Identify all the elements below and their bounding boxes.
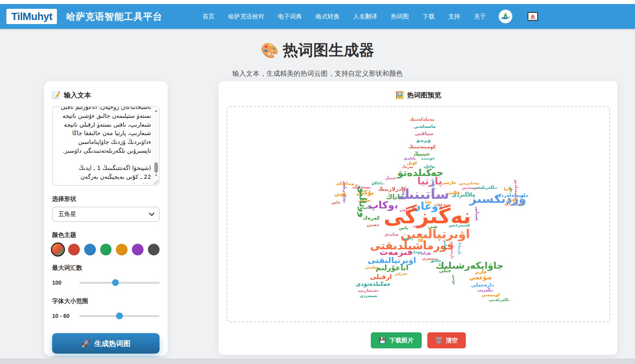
nav-link-2[interactable]: 哈萨克语校对 (223, 10, 269, 23)
nav-link-8[interactable]: 支持 (443, 10, 465, 23)
max-words-slider[interactable] (79, 282, 160, 284)
cloud-word: فارسى (441, 181, 456, 185)
cloud-word: بارەمەندى (451, 241, 454, 259)
cloud-word: جەلىم (443, 240, 447, 251)
header-right (499, 4, 538, 29)
cloud-word: اناعۇرلىم (376, 264, 409, 271)
cloud-word: كۇش (335, 192, 346, 196)
shape-label: 选择形状 (52, 195, 160, 203)
cloud-word: مەحانيزمىن (459, 182, 479, 185)
preview-title: 🖼️热词图预览 (226, 91, 610, 100)
cloud-word: ۇيرەنۋ (417, 138, 431, 143)
page-subtitle: 输入文本，生成精美的热词云图，支持自定义形状和颜色 (0, 69, 635, 78)
wordcloud: مەملەكەتتىكماسەلەنىسياقتىۇيرەنۋكوميتەتىن… (227, 107, 609, 322)
color-theme-green[interactable] (100, 244, 112, 255)
max-words-label: 最大词汇数 (52, 264, 160, 272)
logo-text: TilMuhyt (11, 10, 52, 23)
color-theme-row (52, 244, 160, 255)
cloud-word: پارتيادا (458, 243, 461, 255)
color-theme-blue[interactable] (84, 244, 96, 255)
text-input[interactable]: ناسىحاتتاعان روحپەن، اناعۇرلىم ناقتى ىست… (52, 106, 160, 186)
preview-title-text: 热词图预览 (407, 91, 441, 99)
font-size-label: 字体大小范围 (52, 297, 160, 305)
shape-select-value: 五角星 (58, 210, 76, 218)
cloud-word: ،شىعارىپ (358, 288, 379, 293)
cloud-word: ارقىلى (370, 274, 392, 280)
page-title-text: 热词图生成器 (283, 42, 374, 59)
cloud-word: ىستەردى (360, 294, 377, 298)
nav-link-7[interactable]: 下载 (417, 10, 440, 23)
max-words-value: 100 (52, 279, 79, 286)
cloud-word: ورتالىق (358, 186, 367, 218)
text-input-content: ناسىحاتتاعان روحپەن، اناعۇرلىم ناقتى ىست… (56, 107, 151, 184)
color-theme-orange[interactable] (116, 244, 127, 255)
cloud-word: ماسەلەنى (414, 124, 436, 129)
cloud-word: .باعالاۋ (372, 182, 384, 185)
color-theme-red[interactable] (68, 244, 80, 255)
cloud-word: باياندى (404, 157, 416, 160)
download-button-label: 下载图片 (390, 337, 414, 344)
font-size-slider[interactable] (79, 315, 160, 317)
palette-icon: 🎨 (261, 42, 279, 59)
header-bar: TilMuhyt 哈萨克语智能工具平台 首页哈萨克语校对电子词典格式转换人名翻译… (0, 4, 635, 29)
scroll-up-icon[interactable]: ▲ (153, 108, 159, 114)
nav-link-3[interactable]: 电子词典 (273, 10, 307, 23)
cloud-word: شۇعجي (469, 275, 492, 280)
generate-button[interactable]: 🚀 生成热词图 (52, 333, 160, 354)
wordcloud-canvas-area: مەملەكەتتىكماسەلەنىسياقتىۇيرەنۋكوميتەتىن… (226, 106, 610, 322)
generate-button-label: 生成热词图 (94, 339, 130, 348)
page: TilMuhyt 哈萨克语智能工具平台 首页哈萨克语校对电子词典格式转换人名翻译… (0, 0, 635, 364)
cloud-word: جىلى (439, 268, 451, 273)
rocket-icon: 🚀 (81, 339, 90, 348)
cloud-word: دارەجەلى (471, 283, 494, 287)
broken-image-icon[interactable] (528, 12, 538, 21)
color-theme-purple[interactable] (132, 244, 144, 255)
picture-frame-icon: 🖼️ (395, 91, 404, 99)
action-row: 💾 下载图片 🗑️ 清空 (226, 332, 610, 348)
nav-link-4[interactable]: 格式转换 (310, 10, 345, 23)
memo-icon: 📝 (52, 91, 61, 99)
cloud-word: ىلگەرىلەتتى (489, 298, 510, 302)
color-theme-gray[interactable] (148, 244, 160, 255)
cloud-word: ،ىلگەرىلەتىپ (473, 186, 497, 190)
cloud-word: مەملەكەتتىك (410, 117, 435, 121)
nav-link-5[interactable]: 人名翻译 (348, 10, 382, 23)
shape-select[interactable]: 五角星 (52, 207, 160, 222)
nav-link-1[interactable]: 首页 (197, 10, 220, 23)
clear-button[interactable]: 🗑️ 清空 (427, 332, 466, 348)
cloud-word: ساتىنىڭ (397, 187, 449, 201)
scroll-down-icon[interactable]: ▼ (153, 172, 159, 178)
nav-link-9[interactable]: 关于 (469, 10, 491, 23)
textarea-scrollbar[interactable]: ▲ ▼ (153, 107, 159, 185)
chevron-down-icon (149, 212, 154, 216)
cloud-word: جينپيڭ (413, 151, 430, 156)
site-logo-icon[interactable] (499, 10, 512, 23)
scrollbar-thumb[interactable] (154, 162, 158, 173)
cloud-word: جەڭىلدەتۋدى (356, 281, 390, 287)
nav-link-6[interactable]: 热词图 (386, 10, 414, 23)
max-words-slider-row: 100 (52, 279, 160, 286)
cloud-word: كوميتەتى (481, 293, 500, 297)
clear-button-label: 清空 (446, 337, 458, 344)
cloud-word: ءوتىن (452, 275, 456, 285)
cloud-word: جەرلەر (395, 272, 407, 276)
resize-handle[interactable] (154, 180, 158, 184)
cloud-word: ،يگەرىپ (477, 288, 493, 292)
max-words-slider-thumb[interactable] (112, 279, 119, 286)
cloud-word: كەرەك (363, 215, 380, 220)
brand-title: 哈萨克语智能工具平台 (66, 4, 162, 29)
cloud-word: ۇزدىكسىز (469, 193, 526, 205)
cloud-word: جاس (332, 201, 340, 204)
cloud-word: ساندى (384, 232, 399, 237)
font-size-value: 10 - 60 (52, 313, 79, 319)
top-strip (0, 0, 635, 4)
cloud-word: كوميتەتىنىڭ (409, 144, 436, 149)
cloud-word: تۇرلى (421, 251, 431, 255)
logo[interactable]: TilMuhyt (6, 9, 57, 24)
cloud-word: قازىر (475, 270, 487, 274)
trash-icon: 🗑️ (435, 337, 443, 344)
color-theme-multicolor[interactable] (52, 244, 64, 255)
font-size-slider-thumb[interactable] (116, 313, 123, 320)
download-image-button[interactable]: 💾 下载图片 (371, 332, 422, 348)
font-size-slider-row: 10 - 60 (52, 312, 160, 320)
